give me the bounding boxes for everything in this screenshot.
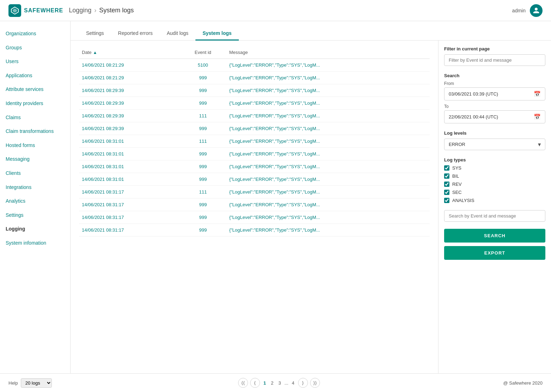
tab-settings[interactable]: Settings: [79, 27, 111, 41]
table-row[interactable]: 14/06/2021 08:29:39 999 {"LogLevel":"ERR…: [79, 122, 430, 135]
date-cell: 14/06/2021 08:29:39: [79, 97, 180, 110]
table-row[interactable]: 14/06/2021 08:21:29 5100 {"LogLevel":"ER…: [79, 59, 430, 72]
sidebar-item-analytics[interactable]: Analytics: [0, 194, 70, 208]
sidebar-item-system-information[interactable]: System infomation: [0, 236, 70, 250]
help-link[interactable]: Help: [8, 380, 18, 386]
breadcrumb-current: System logs: [99, 7, 134, 14]
page-num-4[interactable]: 4: [290, 380, 296, 386]
log-type-row-sec: SEC: [444, 190, 545, 195]
log-level-select[interactable]: ERROR WARNING INFO DEBUG: [444, 139, 545, 150]
search-section: Search From 03/06/2021 03:39 (UTC) 📅 To …: [444, 73, 545, 123]
sidebar-item-hosted-forms[interactable]: Hosted forms: [0, 139, 70, 153]
pagination-last-button[interactable]: ⟩⟩: [310, 378, 320, 388]
filter-section: Filter in current page: [444, 46, 545, 66]
sidebar-item-claims[interactable]: Claims: [0, 111, 70, 125]
date-cell: 14/06/2021 08:29:39: [79, 84, 180, 97]
sidebar-item-attribute-services[interactable]: Attribute services: [0, 82, 70, 97]
table-row[interactable]: 14/06/2021 08:29:39 999 {"LogLevel":"ERR…: [79, 84, 430, 97]
log-type-row-rev: REV: [444, 182, 545, 187]
page-num-1[interactable]: 1: [262, 380, 267, 386]
export-button[interactable]: EXPORT: [444, 246, 545, 260]
username: admin: [512, 8, 526, 13]
page-num-3[interactable]: 3: [277, 380, 282, 386]
table-row[interactable]: 14/06/2021 08:31:17 999 {"LogLevel":"ERR…: [79, 211, 430, 224]
checkbox-sys[interactable]: [444, 165, 449, 171]
tab-reported-errors[interactable]: Reported errors: [111, 27, 160, 41]
page-num-2[interactable]: 2: [270, 380, 275, 386]
calendar-icon-to: 📅: [534, 114, 541, 120]
sidebar-item-clients[interactable]: Clients: [0, 166, 70, 180]
col-date[interactable]: Date ▲: [79, 46, 180, 59]
message-cell: {"LogLevel":"ERROR","Type":"SYS","LogM..…: [226, 186, 430, 198]
sidebar-item-identity-providers[interactable]: Identity providers: [0, 97, 70, 111]
footer: Help 10 logs 20 logs 50 logs 100 logs ⟨⟨…: [0, 373, 551, 392]
log-type-label-rev: REV: [452, 182, 462, 187]
sidebar-item-integrations[interactable]: Integrations: [0, 180, 70, 195]
message-cell: {"LogLevel":"ERROR","Type":"SYS","LogM..…: [226, 148, 430, 160]
log-type-row-sys: SYS: [444, 165, 545, 171]
table-row[interactable]: 14/06/2021 08:31:17 999 {"LogLevel":"ERR…: [79, 224, 430, 237]
date-cell: 14/06/2021 08:21:29: [79, 59, 180, 72]
table-row[interactable]: 14/06/2021 08:31:01 999 {"LogLevel":"ERR…: [79, 173, 430, 186]
from-date-input[interactable]: 03/06/2021 03:39 (UTC) 📅: [444, 87, 545, 100]
to-row: To 22/06/2021 00:44 (UTC) 📅: [444, 104, 545, 123]
logo: SAFEWHERE: [8, 4, 63, 17]
calendar-icon-from: 📅: [534, 91, 541, 97]
pagination-first-button[interactable]: ⟨⟨: [238, 378, 248, 388]
pagination-next-button[interactable]: ⟩: [298, 378, 308, 388]
logs-per-page-select[interactable]: 10 logs 20 logs 50 logs 100 logs: [21, 378, 52, 388]
sidebar-item-messaging[interactable]: Messaging: [0, 152, 70, 166]
main-layout: Organizations Groups Users Applications …: [0, 21, 551, 373]
user-icon: [533, 7, 540, 14]
date-cell: 14/06/2021 08:31:17: [79, 186, 180, 198]
message-cell: {"LogLevel":"ERROR","Type":"SYS","LogM..…: [226, 72, 430, 84]
log-type-label-sys: SYS: [452, 165, 461, 171]
event-id-cell: 111: [180, 135, 226, 148]
tab-audit-logs[interactable]: Audit logs: [160, 27, 195, 41]
sidebar-item-users[interactable]: Users: [0, 55, 70, 69]
checkbox-bil[interactable]: [444, 173, 449, 179]
breadcrumb-parent[interactable]: Logging: [69, 7, 91, 14]
table-row[interactable]: 14/06/2021 08:29:39 999 {"LogLevel":"ERR…: [79, 97, 430, 110]
tab-system-logs[interactable]: System logs: [195, 27, 238, 41]
from-row: From 03/06/2021 03:39 (UTC) 📅: [444, 81, 545, 100]
log-type-row-analysis: ANALYSIS: [444, 198, 545, 203]
event-id-cell: 999: [180, 97, 226, 110]
date-cell: 14/06/2021 08:29:39: [79, 110, 180, 122]
sidebar-item-settings[interactable]: Settings: [0, 208, 70, 222]
sidebar-item-logging[interactable]: Logging: [0, 222, 70, 236]
sidebar-item-claim-transformations[interactable]: Claim transformations: [0, 124, 70, 139]
search-button[interactable]: SEARCH: [444, 229, 545, 243]
table-row[interactable]: 14/06/2021 08:31:01 111 {"LogLevel":"ERR…: [79, 135, 430, 148]
checkbox-analysis[interactable]: [444, 198, 449, 203]
logo-text: SAFEWHERE: [24, 7, 63, 14]
filter-input[interactable]: [444, 54, 545, 66]
event-id-cell: 999: [180, 160, 226, 173]
table-row[interactable]: 14/06/2021 08:29:39 111 {"LogLevel":"ERR…: [79, 110, 430, 122]
table-row[interactable]: 14/06/2021 08:21:29 999 {"LogLevel":"ERR…: [79, 72, 430, 84]
header-left: SAFEWHERE Logging › System logs: [8, 4, 134, 17]
log-levels-section: Log levels ERROR WARNING INFO DEBUG ▼: [444, 130, 545, 150]
to-date-input[interactable]: 22/06/2021 00:44 (UTC) 📅: [444, 110, 545, 123]
date-cell: 14/06/2021 08:21:29: [79, 72, 180, 84]
table-row[interactable]: 14/06/2021 08:31:01 999 {"LogLevel":"ERR…: [79, 160, 430, 173]
table-row[interactable]: 14/06/2021 08:31:17 999 {"LogLevel":"ERR…: [79, 198, 430, 211]
sidebar-item-applications[interactable]: Applications: [0, 69, 70, 83]
checkbox-sec[interactable]: [444, 190, 449, 195]
event-search-input[interactable]: [444, 210, 545, 222]
col-event-id[interactable]: Event id: [180, 46, 226, 59]
message-cell: {"LogLevel":"ERROR","Type":"SYS","LogM..…: [226, 122, 430, 135]
log-type-label-analysis: ANALYSIS: [452, 198, 474, 203]
sidebar-item-groups[interactable]: Groups: [0, 41, 70, 55]
col-message: Message: [226, 46, 430, 59]
table-row[interactable]: 14/06/2021 08:31:17 111 {"LogLevel":"ERR…: [79, 186, 430, 198]
checkbox-rev[interactable]: [444, 182, 449, 187]
breadcrumb-arrow: ›: [94, 7, 96, 14]
table-row[interactable]: 14/06/2021 08:31:01 999 {"LogLevel":"ERR…: [79, 148, 430, 160]
event-id-cell: 999: [180, 84, 226, 97]
sidebar-item-organizations[interactable]: Organizations: [0, 27, 70, 41]
avatar[interactable]: [530, 4, 543, 17]
svg-marker-1: [13, 8, 17, 13]
log-type-label-bil: BIL: [452, 173, 459, 179]
pagination-prev-button[interactable]: ⟨: [250, 378, 260, 388]
